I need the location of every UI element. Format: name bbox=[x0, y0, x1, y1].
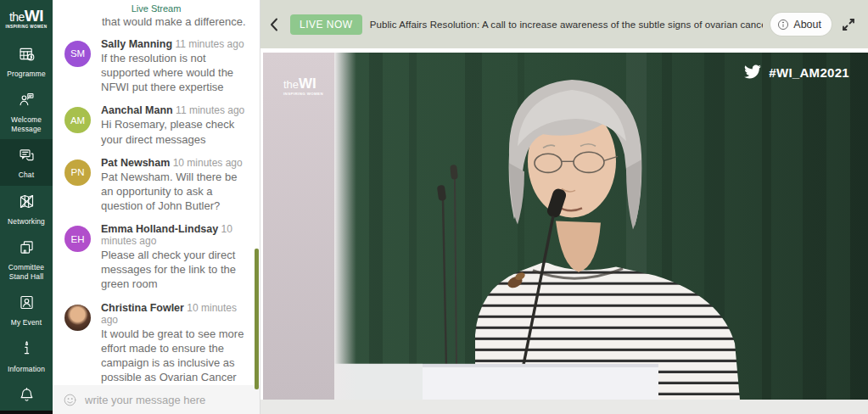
chat-message: PN Pat Newsham 10 minutes ago Pat Newsha… bbox=[64, 157, 249, 213]
sidebar-item-committee-stand-hall[interactable]: Committee Stand Hall bbox=[0, 232, 53, 287]
sender-name: Aanchal Mann bbox=[101, 104, 173, 116]
chat-message: AM Aanchal Mann 11 minutes ago Hi Rosema… bbox=[64, 104, 249, 146]
main-content: LIVE NOW Public Affairs Resolution: A ca… bbox=[260, 0, 868, 414]
sidebar-item-label: Welcome Message bbox=[2, 115, 51, 133]
wi-logo: theWI INSPIRING WOMEN bbox=[4, 0, 49, 38]
logo-tagline: INSPIRING WOMEN bbox=[6, 25, 48, 30]
avatar-photo bbox=[64, 305, 91, 331]
avatar: AM bbox=[64, 107, 91, 133]
chat-message-partial: that would make a difference. bbox=[102, 15, 249, 30]
bell-icon bbox=[18, 386, 36, 407]
sidebar-item-label: Networking bbox=[8, 217, 45, 227]
timestamp: 10 minutes ago bbox=[173, 157, 243, 169]
sidebar-bottom-strip bbox=[0, 411, 53, 414]
sidebar-item-information[interactable]: Information bbox=[0, 333, 53, 380]
sidebar: theWI INSPIRING WOMEN Programme Welcome … bbox=[0, 0, 53, 414]
stream-topbar: LIVE NOW Public Affairs Resolution: A ca… bbox=[260, 0, 868, 48]
sidebar-item-welcome-message[interactable]: Welcome Message bbox=[0, 84, 53, 139]
emoji-icon[interactable] bbox=[63, 393, 77, 407]
chat-message: EH Emma Holland-Lindsay 10 minutes ago P… bbox=[64, 223, 249, 291]
sender-name: Emma Holland-Lindsay bbox=[101, 223, 218, 235]
info-icon bbox=[777, 19, 789, 31]
sidebar-item-label: Information bbox=[8, 365, 45, 374]
stand-hall-icon bbox=[18, 238, 36, 260]
sidebar-item-label: My Event bbox=[11, 318, 42, 327]
chat-message: SM Sally Manning 11 minutes ago If the r… bbox=[64, 38, 249, 94]
video-player[interactable]: theWI INSPIRING WOMEN #WI_AM2021 bbox=[263, 53, 868, 400]
sidebar-item-networking[interactable]: Networking bbox=[0, 186, 53, 232]
timestamp: 11 minutes ago bbox=[176, 104, 244, 116]
sidebar-nav: Programme Welcome Message Chat Networkin… bbox=[0, 38, 53, 414]
chat-panel: Live Stream that would make a difference… bbox=[53, 0, 260, 414]
chat-message: Christina Fowler 10 minutes ago It would… bbox=[64, 302, 249, 385]
hashtag-overlay: #WI_AM2021 bbox=[743, 64, 849, 80]
message-text: If the resolution is not supported where… bbox=[101, 51, 249, 94]
sidebar-item-label: Programme bbox=[7, 70, 46, 79]
sender-name: Sally Manning bbox=[101, 38, 172, 50]
sidebar-item-chat[interactable]: Chat bbox=[0, 139, 53, 186]
video-banner-logo: theWI INSPIRING WOMEN bbox=[283, 76, 323, 96]
video-controls-strip[interactable] bbox=[260, 400, 868, 414]
sidebar-item-label: Committee Stand Hall bbox=[2, 263, 51, 281]
twitter-icon bbox=[743, 64, 762, 80]
fullscreen-expand-icon[interactable] bbox=[839, 15, 858, 34]
sender-name: Christina Fowler bbox=[101, 302, 184, 314]
banner-logo-tagline: INSPIRING WOMEN bbox=[283, 92, 323, 96]
avatar: EH bbox=[64, 226, 91, 252]
chat-input-bar bbox=[53, 385, 260, 414]
message-text: Hi Rosemary, please check your direct me… bbox=[101, 117, 249, 146]
about-label: About bbox=[793, 19, 821, 31]
timestamp: 11 minutes ago bbox=[175, 38, 244, 50]
sidebar-item-my-event[interactable]: My Event bbox=[0, 287, 53, 333]
app-window: theWI INSPIRING WOMEN Programme Welcome … bbox=[0, 0, 868, 414]
message-text: Pat Newsham. Will there be an opportunit… bbox=[101, 170, 249, 213]
sidebar-item-label: Chat bbox=[19, 171, 35, 180]
sidebar-item-notifications[interactable]: Notifications bbox=[0, 379, 53, 414]
about-button[interactable]: About bbox=[770, 13, 832, 36]
chat-tab-live-stream[interactable]: Live Stream bbox=[53, 0, 260, 15]
live-now-badge: LIVE NOW bbox=[290, 14, 362, 35]
event-hashtag: #WI_AM2021 bbox=[769, 65, 849, 80]
avatar: SM bbox=[64, 41, 91, 67]
welcome-message-icon bbox=[18, 91, 36, 112]
live-video-frame bbox=[263, 53, 868, 400]
chat-message-input[interactable] bbox=[85, 394, 249, 406]
banner-logo-the: the bbox=[283, 78, 299, 91]
message-text: Please all check your direct messages fo… bbox=[101, 248, 249, 291]
stream-title: Public Affairs Resolution: A call to inc… bbox=[370, 20, 764, 30]
networking-map-icon bbox=[18, 193, 36, 214]
my-event-icon bbox=[18, 294, 36, 315]
avatar: PN bbox=[64, 159, 91, 186]
chat-message-list[interactable]: that would make a difference. SM Sally M… bbox=[53, 15, 260, 385]
information-icon bbox=[18, 340, 36, 361]
back-chevron-icon[interactable] bbox=[266, 14, 283, 35]
logo-the: the bbox=[9, 10, 25, 24]
sender-name: Pat Newsham bbox=[101, 157, 170, 169]
sidebar-item-programme[interactable]: Programme bbox=[0, 38, 53, 85]
chat-bubbles-icon bbox=[18, 146, 36, 167]
chat-scrollbar[interactable] bbox=[255, 249, 259, 389]
video-area: theWI INSPIRING WOMEN #WI_AM2021 bbox=[260, 48, 868, 400]
message-text: It would be great to see more effort mad… bbox=[101, 327, 249, 385]
logo-wi: WI bbox=[25, 7, 43, 25]
banner-logo-wi: WI bbox=[299, 76, 316, 92]
calendar-icon bbox=[18, 45, 36, 66]
